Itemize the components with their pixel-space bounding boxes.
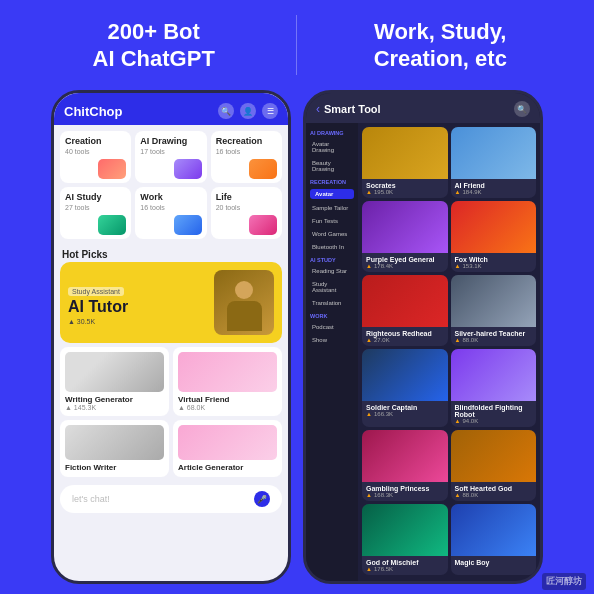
char-blindfolded[interactable]: Blindfolded Fighting Robot ▲94.0K bbox=[451, 349, 537, 427]
silverhaired-name: Silver-haired Teacher bbox=[455, 330, 533, 337]
soldier-name: Soldier Captain bbox=[366, 404, 444, 411]
virtual-friend-card[interactable]: Virtual Friend ▲ 68.0K bbox=[173, 347, 282, 416]
cat-name-creation: Creation bbox=[65, 136, 126, 146]
sidebar-fun-tests[interactable]: Fun Tests bbox=[308, 215, 356, 227]
char-foxwitch[interactable]: Fox Witch ▲153.1K bbox=[451, 201, 537, 272]
soldier-info: Soldier Captain ▲166.3K bbox=[362, 401, 448, 420]
article-generator-card[interactable]: Article Generator bbox=[173, 420, 282, 477]
creation-icon bbox=[98, 159, 126, 179]
virtual-friend-name: Virtual Friend bbox=[178, 395, 277, 404]
article-generator-name: Article Generator bbox=[178, 463, 277, 472]
righteous-image bbox=[362, 275, 448, 327]
soldier-image bbox=[362, 349, 448, 401]
ai-tutor-stat: ▲ 30.5K bbox=[68, 318, 208, 325]
menu-icon[interactable]: ☰ bbox=[262, 103, 278, 119]
drawing-icon bbox=[174, 159, 202, 179]
gambling-name: Gambling Princess bbox=[366, 485, 444, 492]
silverhaired-info: Silver-haired Teacher ▲88.0K bbox=[451, 327, 537, 346]
work-icon bbox=[174, 215, 202, 235]
category-life[interactable]: Life 20 tools bbox=[211, 187, 282, 239]
cat-count-life: 20 tools bbox=[216, 204, 277, 211]
char-softhearted[interactable]: Soft Hearted God ▲88.0K bbox=[451, 430, 537, 501]
softhearted-image bbox=[451, 430, 537, 482]
godmischief-name: God of Mischief bbox=[366, 559, 444, 566]
char-purple[interactable]: Purple Eyed General ▲178.4K bbox=[362, 201, 448, 272]
smart-tool-title: Smart Tool bbox=[324, 103, 381, 115]
gambling-image bbox=[362, 430, 448, 482]
softhearted-info: Soft Hearted God ▲88.0K bbox=[451, 482, 537, 501]
writing-generator-card[interactable]: Writing Generator ▲ 145.3K bbox=[60, 347, 169, 416]
writing-generator-name: Writing Generator bbox=[65, 395, 164, 404]
category-creation[interactable]: Creation 40 tools bbox=[60, 131, 131, 183]
right-header-left: ‹ Smart Tool bbox=[316, 102, 381, 116]
aifriend-image bbox=[451, 127, 537, 179]
profile-icon[interactable]: 👤 bbox=[240, 103, 256, 119]
mic-button[interactable]: 🎤 bbox=[254, 491, 270, 507]
softhearted-stat: ▲88.0K bbox=[455, 492, 533, 498]
char-soldier[interactable]: Soldier Captain ▲166.3K bbox=[362, 349, 448, 427]
right-headline: Work, Study, Creation, etc bbox=[316, 18, 565, 73]
category-work[interactable]: Work 16 tools bbox=[135, 187, 206, 239]
blindfolded-stat: ▲94.0K bbox=[455, 418, 533, 424]
ai-tutor-text: Study Assistant AI Tutor ▲ 30.5K bbox=[68, 280, 208, 326]
fiction-writer-card[interactable]: Fiction Writer bbox=[60, 420, 169, 477]
sidebar-sample-tailor[interactable]: Sample Tailor bbox=[308, 202, 356, 214]
char-aifriend[interactable]: AI Friend ▲184.9K bbox=[451, 127, 537, 198]
sidebar-study-assistant[interactable]: Study Assistant bbox=[308, 278, 356, 296]
virtual-friend-stat: ▲ 68.0K bbox=[178, 404, 277, 411]
app-logo: ChitChop bbox=[64, 104, 122, 119]
sidebar-beauty-drawing[interactable]: Beauty Drawing bbox=[308, 157, 356, 175]
foxwitch-name: Fox Witch bbox=[455, 256, 533, 263]
blindfolded-name: Blindfolded Fighting Robot bbox=[455, 404, 533, 418]
right-search-icon[interactable]: 🔍 bbox=[514, 101, 530, 117]
magicboy-info: Magic Boy bbox=[451, 556, 537, 569]
characters-grid: Socrates ▲195.0K AI Friend ▲184.9K Purpl… bbox=[358, 123, 540, 581]
chat-input[interactable]: let's chat! 🎤 bbox=[60, 485, 282, 513]
cat-name-drawing: AI Drawing bbox=[140, 136, 201, 146]
char-gambling[interactable]: Gambling Princess ▲168.3K bbox=[362, 430, 448, 501]
writing-generator-stat: ▲ 145.3K bbox=[65, 404, 164, 411]
recreation-icon bbox=[249, 159, 277, 179]
aifriend-name: AI Friend bbox=[455, 182, 533, 189]
person-head bbox=[235, 281, 253, 299]
sidebar-podcast[interactable]: Podcast bbox=[308, 321, 356, 333]
cat-name-life: Life bbox=[216, 192, 277, 202]
categories-grid: Creation 40 tools AI Drawing 17 tools Re… bbox=[54, 125, 288, 245]
godmischief-stat: ▲176.5K bbox=[366, 566, 444, 572]
silverhaired-stat: ▲88.0K bbox=[455, 337, 533, 343]
right-phone: ‹ Smart Tool 🔍 AI Drawing Avatar Drawing… bbox=[303, 90, 543, 584]
sidebar-translation[interactable]: Translation bbox=[308, 297, 356, 309]
life-icon bbox=[249, 215, 277, 235]
writing-generator-image bbox=[65, 352, 164, 392]
ai-tutor-card[interactable]: Study Assistant AI Tutor ▲ 30.5K bbox=[60, 262, 282, 343]
left-phone: ChitChop 🔍 👤 ☰ Creation 40 tools AI Draw… bbox=[51, 90, 291, 584]
fiction-writer-name: Fiction Writer bbox=[65, 463, 164, 472]
char-righteous[interactable]: Righteous Redhead ▲27.0K bbox=[362, 275, 448, 346]
sidebar-word-games[interactable]: Word Games bbox=[308, 228, 356, 240]
sidebar-label-work: Work bbox=[308, 310, 356, 320]
silverhaired-image bbox=[451, 275, 537, 327]
person-body bbox=[227, 301, 262, 331]
soldier-stat: ▲166.3K bbox=[366, 411, 444, 417]
back-arrow-icon[interactable]: ‹ bbox=[316, 102, 320, 116]
sidebar-bluetooth[interactable]: Bluetooth In bbox=[308, 241, 356, 253]
category-recreation[interactable]: Recreation 16 tools bbox=[211, 131, 282, 183]
category-drawing[interactable]: AI Drawing 17 tools bbox=[135, 131, 206, 183]
char-godmischief[interactable]: God of Mischief ▲176.5K bbox=[362, 504, 448, 575]
sidebar-avatar-drawing[interactable]: Avatar Drawing bbox=[308, 138, 356, 156]
sidebar-reading-star[interactable]: Reading Star bbox=[308, 265, 356, 277]
foxwitch-info: Fox Witch ▲153.1K bbox=[451, 253, 537, 272]
sidebar-show[interactable]: Show bbox=[308, 334, 356, 346]
ai-tutor-image bbox=[214, 270, 274, 335]
ai-tutor-badge: Study Assistant bbox=[68, 287, 124, 296]
char-silverhaired[interactable]: Silver-haired Teacher ▲88.0K bbox=[451, 275, 537, 346]
char-magicboy[interactable]: Magic Boy bbox=[451, 504, 537, 575]
char-socrates[interactable]: Socrates ▲195.0K bbox=[362, 127, 448, 198]
cat-count-recreation: 16 tools bbox=[216, 148, 277, 155]
category-aistudy[interactable]: AI Study 27 tools bbox=[60, 187, 131, 239]
sidebar-label-recreation: Recreation bbox=[308, 176, 356, 186]
left-sidebar: AI Drawing Avatar Drawing Beauty Drawing… bbox=[306, 123, 358, 581]
search-icon[interactable]: 🔍 bbox=[218, 103, 234, 119]
socrates-stat: ▲195.0K bbox=[366, 189, 444, 195]
avatar-badge[interactable]: Avatar bbox=[310, 189, 354, 199]
